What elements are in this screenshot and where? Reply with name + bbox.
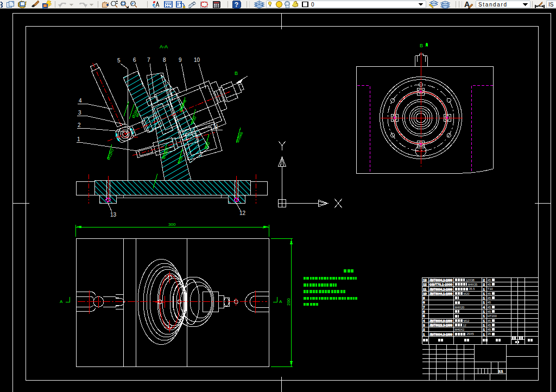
svg-text:8: 8 — [163, 57, 166, 63]
svg-text:A: A — [279, 299, 282, 304]
svg-text:35: 35 — [488, 332, 491, 336]
svg-text:10: 10 — [423, 292, 427, 295]
svg-text:300: 300 — [168, 222, 176, 227]
svg-text:6: 6 — [133, 57, 136, 63]
svg-text:M4X20: M4X20 — [455, 306, 465, 309]
svg-text:25X5: 25X5 — [467, 332, 474, 336]
svg-text:12: 12 — [239, 210, 246, 216]
svg-text:B: B — [235, 71, 238, 76]
svg-text:M4X35: M4X35 — [468, 283, 478, 286]
svg-text:A: A — [60, 299, 63, 304]
svg-text:JB/T8004.9-1999: JB/T8004.9-1999 — [429, 319, 452, 323]
svg-text:12: 12 — [423, 283, 427, 286]
svg-text:?: ? — [235, 1, 238, 9]
svg-text:45: 45 — [488, 301, 491, 304]
svg-text:T10: T10 — [488, 287, 493, 290]
svg-text:5: 5 — [117, 58, 121, 64]
svg-text:M40X2: M40X2 — [455, 328, 465, 331]
svg-text:12: 12 — [463, 324, 466, 327]
svg-text:11: 11 — [423, 288, 427, 291]
svg-text:12X38: 12X38 — [466, 279, 475, 282]
svg-text:JB/T8023.3-1999: JB/T8023.3-1999 — [429, 324, 452, 327]
svg-text:200: 200 — [286, 298, 291, 306]
svg-text:GB/T70.1-2000: GB/T70.1-2000 — [429, 283, 452, 286]
svg-text:JB/T8004.2-1999: JB/T8004.2-1999 — [429, 288, 452, 291]
svg-text:M12: M12 — [464, 319, 470, 323]
svg-text:2: 2 — [78, 122, 81, 128]
svg-text:45: 45 — [488, 306, 491, 309]
svg-text:35.5: 35.5 — [469, 287, 475, 290]
svg-text:3: 3 — [78, 110, 81, 116]
svg-text:HT200: HT200 — [488, 314, 497, 318]
svg-text:9: 9 — [179, 57, 182, 63]
svg-text:A-A: A-A — [160, 44, 168, 49]
svg-text:45: 45 — [488, 279, 491, 282]
svg-text:11: 11 — [213, 124, 219, 130]
svg-text:10: 10 — [194, 57, 200, 63]
svg-text:JB/T8004.2-1999: JB/T8004.2-1999 — [429, 279, 452, 282]
svg-text:4: 4 — [79, 98, 82, 104]
svg-text:13: 13 — [423, 279, 427, 282]
svg-text:JB/T8044.1-1999: JB/T8044.1-1999 — [429, 292, 452, 295]
svg-text:13: 13 — [110, 212, 117, 218]
svg-text:7: 7 — [147, 57, 150, 63]
svg-text:JB/T8004.3-1999: JB/T8004.3-1999 — [429, 333, 452, 336]
svg-text:45: 45 — [488, 296, 491, 300]
svg-text:45: 45 — [488, 310, 491, 313]
svg-text:IS: IS — [548, 2, 554, 8]
svg-text:45: 45 — [488, 324, 491, 327]
svg-text:45: 45 — [488, 319, 491, 323]
svg-text:1:1: 1:1 — [498, 370, 503, 373]
svg-text:1: 1 — [77, 136, 80, 142]
svg-text:45: 45 — [488, 328, 491, 331]
svg-text:45: 45 — [488, 292, 491, 295]
svg-text:45: 45 — [488, 283, 491, 286]
svg-text:M20: M20 — [464, 292, 470, 295]
svg-text:B: B — [420, 43, 423, 48]
svg-text:0: 0 — [311, 2, 314, 8]
